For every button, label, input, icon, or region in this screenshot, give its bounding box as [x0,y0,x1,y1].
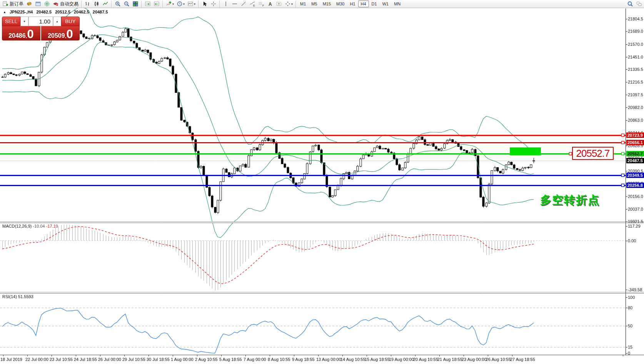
chart-text-annotation[interactable]: 多空转折点 [540,193,600,208]
time-axis-tick-label: 5 Aug 18:55 [219,357,242,362]
tile-windows-button[interactable] [131,0,140,8]
fibo-icon: F [258,1,264,7]
profile-button[interactable] [33,0,42,8]
search-button[interactable] [626,0,634,8]
sell-button[interactable]: SELL [2,17,20,26]
time-axis-tick-label: 8 Aug 10:55 [268,357,290,362]
price-axis-tick-label: 20156.0 [628,194,643,199]
toolbar-separator [295,1,296,7]
price-axis-tick-label: 21216.5 [628,80,643,84]
sell-price-base: 20486 [8,32,26,39]
collapse-triangle-icon[interactable]: ▲ [3,10,6,14]
tf-m5-button[interactable]: M5 [309,0,320,7]
time-axis-tick-label: 27 Aug 18:55 [510,357,535,362]
signals-icon [43,1,50,7]
trendline-icon [240,1,247,7]
rsi-axis-tick-label: 80 [628,305,632,310]
line-chart-icon [102,1,108,7]
templates-button[interactable]: ▾ [186,0,197,8]
time-axis-tick-label: 23 Aug 00:00 [462,357,487,362]
price-axis-tick-label: 21570.0 [628,42,643,47]
hline-price-label[interactable]: 20656.1 [626,140,644,145]
time-axis-tick-label: 23 Jul 10:55 [50,357,73,362]
volume-decrease-button[interactable]: ▼ [20,17,28,26]
equidistant-channel-button[interactable]: E [248,0,257,8]
chart-shift-button[interactable] [152,0,161,8]
toolbar: 新订单自动交易▾▾▾EFAT▾M1M5M15M30H1H4D1W1MN [0,0,644,8]
one-click-trading-panel: SELL ▼ ▲ BUY 20486.0 20509.0 [2,17,80,40]
tf-w1-button[interactable]: W1 [380,0,392,7]
svg-text:F: F [262,4,264,7]
trading-terminal-window: 新订单自动交易▾▾▾EFAT▾M1M5M15M30H1H4D1W1MN ▲ JP… [0,0,644,364]
vertical-line-button[interactable] [221,0,230,8]
price-axis-tick-label: 20982.0 [628,105,643,110]
cursor-button[interactable] [200,0,209,8]
tf-m15-button[interactable]: M15 [320,0,334,7]
time-axis-tick-label: 15 Aug 18:55 [365,357,390,362]
cursor-icon [201,1,208,7]
label-button[interactable]: T [274,0,283,8]
tf-d1-button[interactable]: D1 [369,0,380,7]
hline-price-label[interactable]: 20349.5 [626,173,644,178]
volume-increase-button[interactable]: ▲ [53,17,61,26]
time-axis-tick-label: 1 Aug 00:00 [171,357,194,362]
crosshair-button[interactable] [209,0,218,8]
price-axis-tick-label: 21097.5 [628,92,643,97]
vline-icon [222,1,229,7]
time-axis-tick-label: 7 Aug 00:00 [244,357,266,362]
volume-input[interactable] [28,17,53,26]
signals-button[interactable] [42,0,51,8]
ohlc-close: 20487.5 [93,10,108,14]
dropdown-caret-icon: ▾ [172,2,174,6]
buy-button[interactable]: BUY [61,17,80,26]
autotrading-icon [52,1,59,7]
price-callout-label[interactable]: 20552.7 [572,147,614,160]
trendline-button[interactable] [239,0,248,8]
triangle-down-icon: ▼ [23,20,26,23]
rsi-name: RSI(14) [2,294,17,299]
text-button[interactable]: A [265,0,274,8]
tf-mn-button[interactable]: MN [391,0,403,7]
text-icon: A [267,1,273,7]
tf-m1-button[interactable]: M1 [297,0,309,7]
hline-price-label[interactable]: 20552.7 [626,151,644,156]
tf-m30-button[interactable]: M30 [334,0,347,7]
template-icon [187,1,194,7]
auto-scroll-icon [144,1,151,7]
shapes-button[interactable]: ▾ [283,0,294,8]
time-axis-tick-label: 24 Jul 18:55 [74,357,97,362]
new-order-button[interactable]: 新订单 [1,0,25,8]
time-axis-tick-label: 26 Jul 00:00 [98,357,121,362]
zoom-out-button[interactable] [122,0,131,8]
indicators-button[interactable]: ▾ [164,0,175,8]
candle-chart-button[interactable] [92,0,101,8]
zoom-in-button[interactable] [113,0,122,8]
clock-icon [176,1,183,7]
auto-scroll-button[interactable] [143,0,152,8]
autotrading-button-label: 自动交易 [60,1,78,7]
price-axis-tick-label: 21451.0 [628,55,643,59]
symbol-name: JPN225-,H4 [10,10,33,14]
buy-price[interactable]: 20509.0 [41,26,80,40]
new-chart-icon [26,1,32,7]
line-chart-button[interactable] [101,0,110,8]
chat-button[interactable] [634,0,643,8]
toolbar-separator [219,1,220,7]
autotrading-button[interactable]: 自动交易 [51,0,80,8]
sell-price[interactable]: 20486.0 [2,26,40,40]
hline-price-label[interactable]: 20723.9 [626,133,644,138]
horizontal-line-button[interactable] [230,0,239,8]
fibonacci-button[interactable]: F [257,0,265,8]
tf-h4-button[interactable]: H4 [358,0,369,7]
macd-name: MACD(12,26,9) [2,224,32,228]
hline-price-label[interactable]: 20256.8 [626,183,644,188]
new-chart-button[interactable] [25,0,33,8]
time-axis-tick-label: 30 Jul 18:55 [147,357,170,362]
tf-h1-button[interactable]: H1 [347,0,358,7]
price-axis-tick-label: 21804.5 [628,17,643,21]
chart-canvas[interactable] [0,0,644,364]
label-icon: T [275,1,282,7]
time-axis-tick-label: 29 Jul 10:55 [122,357,145,362]
periods-button[interactable]: ▾ [175,0,186,8]
bar-chart-button[interactable] [83,0,92,8]
